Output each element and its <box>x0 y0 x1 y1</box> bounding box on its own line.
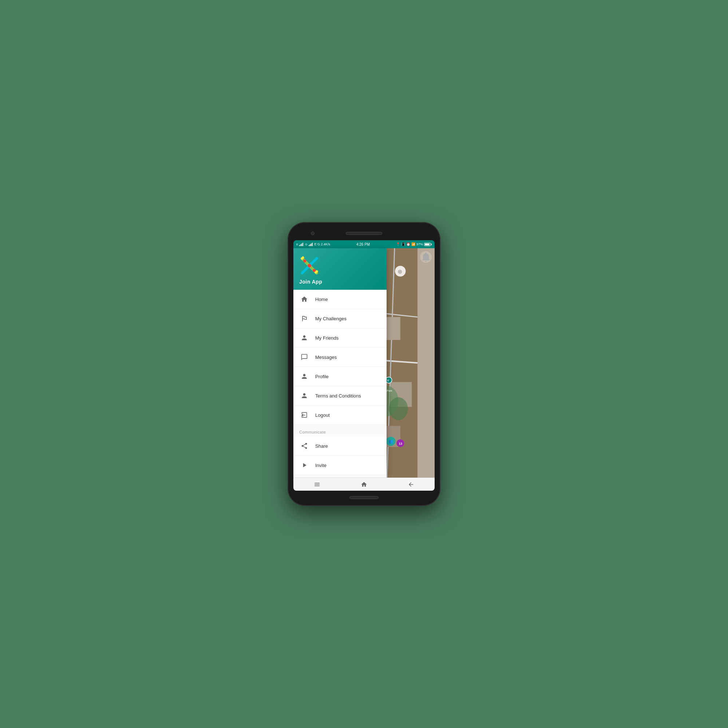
svg-text:◎: ◎ <box>398 269 402 274</box>
notification-bell[interactable] <box>420 251 432 263</box>
phone-top <box>294 228 434 239</box>
menu-item-profile[interactable]: Profile <box>294 367 387 386</box>
home-label: Home <box>315 297 328 302</box>
status-right: 📍 📳 ⏰ 📶 97% <box>396 242 432 246</box>
app-name: Join App <box>299 279 322 284</box>
phone-screen: E G E G 2.4K/s 4:26 PM 📍 <box>294 240 434 491</box>
menu-item-challenges[interactable]: My Challenges <box>294 309 387 328</box>
wifi-icon: 📶 <box>411 242 415 246</box>
location-icon: 📍 <box>396 242 400 246</box>
invite-label: Invite <box>315 463 327 468</box>
phone-device: E G E G 2.4K/s 4:26 PM 📍 <box>288 222 440 506</box>
logout-label: Logout <box>315 412 330 418</box>
friends-icon <box>299 333 309 343</box>
data-speed: E G 2.4K/s <box>315 242 330 246</box>
terms-label: Terms and Conditions <box>315 393 361 399</box>
challenges-label: My Challenges <box>315 316 347 321</box>
share-label: Share <box>315 444 328 449</box>
battery-icon <box>424 243 432 246</box>
network-g: G <box>305 243 307 246</box>
logout-icon <box>299 410 309 420</box>
vibrate-icon: 📳 <box>401 242 405 246</box>
home-icon <box>299 294 309 304</box>
phone-home-button <box>349 496 379 499</box>
friends-label: My Friends <box>315 335 338 341</box>
messages-label: Messages <box>315 355 337 360</box>
share-icon <box>299 441 309 451</box>
menu-item-share[interactable]: Share <box>294 436 387 456</box>
battery-percent: 97% <box>416 242 423 246</box>
profile-label: Profile <box>315 374 329 379</box>
network-indicator: E <box>296 243 298 246</box>
screen-content: Hospital RAMDE... Hospital tasy Park V 1… <box>294 248 434 491</box>
bottom-navigation <box>294 477 434 491</box>
challenges-icon <box>299 314 309 324</box>
alarm-icon: ⏰ <box>406 242 410 246</box>
nav-home-button[interactable] <box>357 479 371 490</box>
drawer-menu: Home My Challenges <box>294 290 387 477</box>
signal-bars-1 <box>299 242 303 246</box>
nav-back-button[interactable] <box>404 479 418 490</box>
menu-item-logout[interactable]: Logout <box>294 405 387 425</box>
svg-point-40 <box>303 260 306 262</box>
svg-text:👥: 👥 <box>388 439 393 444</box>
nav-menu-button[interactable] <box>310 479 324 490</box>
signal-bars-2 <box>309 242 313 246</box>
menu-item-invite[interactable]: Invite <box>294 456 387 475</box>
menu-item-messages[interactable]: Messages <box>294 348 387 367</box>
terms-icon <box>299 391 309 401</box>
svg-text:13: 13 <box>399 442 402 445</box>
svg-point-24 <box>389 398 408 421</box>
navigation-drawer: Join App Home <box>294 248 387 477</box>
menu-item-friends[interactable]: My Friends <box>294 328 387 348</box>
phone-camera <box>311 231 315 235</box>
status-left: E G E G 2.4K/s <box>296 242 330 246</box>
messages-icon <box>299 352 309 362</box>
profile-icon <box>299 371 309 381</box>
phone-bottom <box>294 492 434 503</box>
svg-text:V: V <box>387 379 389 382</box>
communicate-label: Communicate <box>299 430 326 434</box>
menu-item-home[interactable]: Home <box>294 290 387 309</box>
phone-speaker <box>346 232 382 235</box>
invite-icon <box>299 460 309 470</box>
svg-point-41 <box>313 269 316 272</box>
drawer-header: Join App <box>294 248 387 290</box>
status-bar: E G E G 2.4K/s 4:26 PM 📍 <box>294 240 434 248</box>
communicate-section-header: Communicate <box>294 425 387 436</box>
svg-point-39 <box>307 264 311 268</box>
status-time: 4:26 PM <box>356 242 370 246</box>
menu-item-terms[interactable]: Terms and Conditions <box>294 386 387 405</box>
app-logo <box>299 255 320 276</box>
